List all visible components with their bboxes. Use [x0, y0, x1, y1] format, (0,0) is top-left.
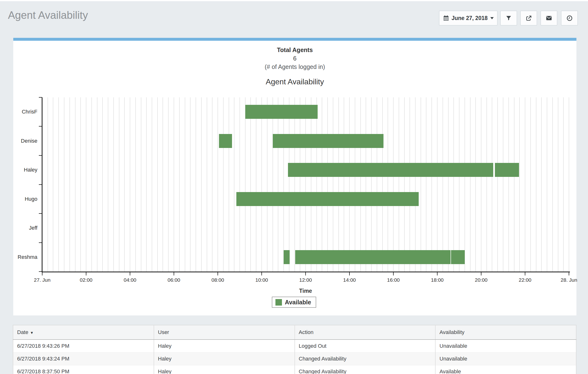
x-axis-label: 06:00	[168, 277, 180, 283]
grid-line	[519, 97, 520, 272]
x-axis-title: Time	[42, 288, 569, 294]
grid-line	[168, 97, 168, 272]
y-axis-tick	[39, 184, 42, 185]
filter-button[interactable]	[500, 10, 517, 26]
calendar-icon	[443, 15, 449, 21]
grid-line	[525, 97, 525, 272]
column-header-label: Date	[17, 329, 28, 335]
availability-bar[interactable]	[219, 134, 232, 148]
grid-line	[97, 97, 97, 272]
availability-bar[interactable]	[288, 163, 493, 177]
grid-line	[536, 97, 536, 272]
grid-line	[207, 97, 207, 272]
grid-line	[91, 97, 92, 272]
grid-line	[75, 97, 75, 272]
x-axis-label: 08:00	[211, 277, 224, 283]
grid-line	[404, 97, 405, 272]
grid-line	[245, 97, 245, 272]
grid-line	[300, 97, 300, 272]
grid-line	[262, 97, 262, 272]
grid-line	[185, 97, 185, 272]
grid-line	[448, 97, 449, 272]
grid-line	[141, 97, 141, 272]
grid-line	[212, 97, 212, 272]
category-label: Jeff	[0, 225, 37, 231]
category-label: ChrisF	[0, 109, 37, 115]
grid-line	[459, 97, 460, 272]
grid-line	[366, 97, 366, 272]
grid-line	[442, 97, 443, 272]
legend-item-available[interactable]: Available	[272, 297, 316, 308]
x-axis-label: 20:00	[475, 277, 488, 283]
grid-line	[399, 97, 399, 272]
grid-line	[86, 97, 86, 272]
availability-bar[interactable]	[451, 250, 464, 264]
table-cell: Haley	[154, 353, 295, 365]
grid-line	[48, 97, 48, 272]
grid-line	[273, 97, 273, 272]
grid-line	[470, 97, 471, 272]
availability-bar[interactable]	[495, 163, 519, 177]
envelope-icon	[546, 15, 552, 21]
export-button[interactable]	[520, 10, 537, 26]
availability-bar[interactable]	[245, 105, 318, 119]
chart-title: Agent Availability	[13, 77, 577, 86]
grid-line	[497, 97, 498, 272]
table-cell: Unavailable	[435, 353, 576, 365]
table-header: Date▼UserActionAvailability	[13, 325, 576, 340]
legend-swatch	[275, 299, 282, 305]
availability-bar[interactable]	[236, 192, 419, 206]
grid-line	[289, 97, 289, 272]
grid-line	[410, 97, 410, 272]
y-axis-tick	[39, 243, 42, 243]
y-axis-line	[42, 97, 42, 272]
column-header-date[interactable]: Date▼	[13, 325, 154, 340]
x-axis-tick	[481, 272, 481, 275]
filter-icon	[505, 15, 512, 21]
x-axis-tick	[525, 272, 525, 275]
grid-line	[547, 97, 547, 272]
x-axis-tick	[130, 272, 130, 275]
email-button[interactable]	[540, 10, 557, 26]
grid-line	[69, 97, 70, 272]
grid-line	[240, 97, 240, 272]
column-header-availability[interactable]: Availability	[435, 325, 576, 340]
date-picker-button[interactable]: June 27, 2018	[439, 10, 498, 26]
x-axis-tick	[393, 272, 394, 275]
column-header-action[interactable]: Action	[295, 325, 436, 340]
grid-line	[218, 97, 218, 272]
grid-line	[338, 97, 339, 272]
grid-line	[196, 97, 196, 272]
grid-line	[388, 97, 388, 272]
availability-bar[interactable]	[284, 250, 290, 264]
x-axis-tick	[174, 272, 174, 275]
y-axis-tick	[39, 155, 42, 156]
grid-line	[278, 97, 278, 272]
availability-bar[interactable]	[273, 134, 384, 148]
grid-line	[119, 97, 119, 272]
category-label: Hugo	[0, 196, 37, 202]
x-axis-tick	[218, 272, 218, 275]
grid-line	[163, 97, 163, 272]
x-axis-tick	[262, 272, 262, 275]
table-cell: 6/27/2018 9:43:26 PM	[13, 340, 154, 353]
grid-line	[316, 97, 317, 272]
x-axis-tick	[305, 272, 306, 275]
grid-line	[453, 97, 454, 272]
grid-line	[530, 97, 531, 272]
availability-bar[interactable]	[295, 250, 450, 264]
grid-line	[437, 97, 438, 272]
grid-line	[327, 97, 328, 272]
column-header-user[interactable]: User	[154, 325, 295, 340]
page-title: Agent Availability	[8, 9, 88, 21]
grid-line	[503, 97, 503, 272]
grid-line	[201, 97, 202, 272]
x-axis-label: 10:00	[255, 277, 268, 283]
legend-label: Available	[285, 299, 311, 306]
grid-line	[475, 97, 476, 272]
grid-line	[305, 97, 306, 272]
schedule-button[interactable]	[561, 10, 578, 26]
table-cell: Available	[435, 365, 576, 374]
clock-icon	[566, 15, 573, 21]
grid-line	[311, 97, 311, 272]
